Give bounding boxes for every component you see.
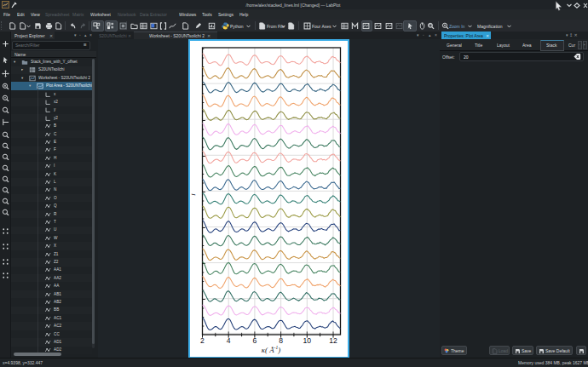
svg-text:κ( Å-1): κ( Å-1) bbox=[262, 345, 280, 354]
svg-text:2: 2 bbox=[200, 336, 205, 345]
svg-text:10: 10 bbox=[303, 336, 312, 345]
svg-text:12: 12 bbox=[329, 336, 337, 345]
svg-text:6: 6 bbox=[253, 336, 257, 345]
svg-text:4: 4 bbox=[227, 336, 231, 345]
svg-text:8: 8 bbox=[279, 336, 283, 345]
